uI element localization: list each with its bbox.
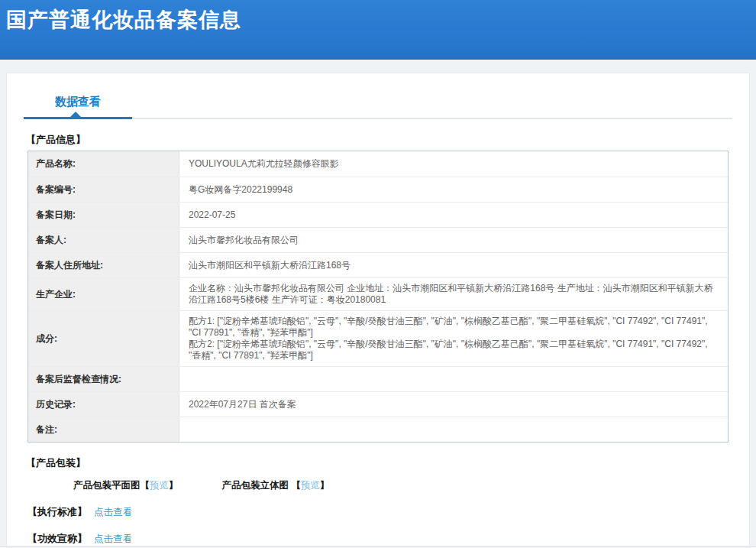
packaging-flat-item: 产品包装平面图【预览】 [73, 479, 179, 492]
table-row: 成分: 配方1: ["淀粉辛烯基琥珀酸铝", "云母", "辛酸/癸酸甘油三酯"… [28, 310, 728, 366]
section-title-packaging: 【产品包装】 [26, 456, 729, 470]
table-row: 生产企业: 企业名称：汕头市馨邦化妆品有限公司 企业地址：汕头市潮阳区和平镇新大… [28, 277, 728, 310]
packaging-stereo-preview-link[interactable]: 预览 [301, 480, 320, 491]
page-title: 国产普通化妆品备案信息 [6, 6, 756, 34]
packaging-stereo-item: 产品包装立体图 【预览】 [222, 479, 330, 492]
table-row: 备案人住所地址: 汕头市潮阳区和平镇新大桥沿江路168号 [28, 252, 728, 277]
efficacy-row: 【功效宣称】点击查看 [27, 532, 729, 546]
row-value: 汕头市馨邦化妆品有限公司 [179, 228, 728, 252]
table-row: 备注: [28, 417, 728, 442]
packaging-links-row: 产品包装平面图【预览】 产品包装立体图 【预览】 [73, 479, 729, 492]
section-title-product-info: 【产品信息】 [26, 133, 729, 147]
row-label: 历史记录: [28, 392, 179, 417]
row-label: 产品名称: [28, 151, 179, 177]
row-label: 生产企业: [28, 278, 179, 310]
packaging-flat-label: 产品包装平面图 [73, 480, 141, 491]
product-info-table: 产品名称: YOULIYOULA尤莉尤拉轻颜修容眼影 备案编号: 粤G妆网备字2… [27, 151, 729, 443]
main-area: 数据查看 【产品信息】 产品名称: YOULIYOULA尤莉尤拉轻颜修容眼影 备… [0, 60, 756, 546]
table-row: 备案后监督检查情况: [28, 366, 728, 391]
content-card: 数据查看 【产品信息】 产品名称: YOULIYOULA尤莉尤拉轻颜修容眼影 备… [6, 73, 750, 546]
row-label: 备案日期: [28, 203, 179, 227]
table-row: 备案日期: 2022-07-25 [28, 202, 728, 227]
row-value: 2022年07月27日 首次备案 [179, 392, 728, 417]
tab-data-view-label: 数据查看 [55, 95, 101, 108]
table-row: 备案编号: 粤G妆网备字2022199948 [28, 177, 728, 202]
table-row: 产品名称: YOULIYOULA尤莉尤拉轻颜修容眼影 [28, 151, 728, 177]
row-value: 汕头市潮阳区和平镇新大桥沿江路168号 [179, 253, 728, 277]
section-title-standard: 【执行标准】 [27, 506, 87, 517]
standard-view-link[interactable]: 点击查看 [94, 507, 132, 517]
efficacy-view-link[interactable]: 点击查看 [94, 533, 132, 544]
packaging-flat-preview-link[interactable]: 预览 [150, 480, 169, 491]
packaging-stereo-label: 产品包装立体图 [222, 480, 292, 491]
page-header: 国产普通化妆品备案信息 [0, 0, 756, 60]
section-title-efficacy: 【功效宣称】 [27, 533, 87, 544]
row-label: 备注: [28, 417, 179, 442]
tab-active-caret [70, 112, 81, 117]
row-value: 企业名称：汕头市馨邦化妆品有限公司 企业地址：汕头市潮阳区和平镇新大桥沿江路16… [179, 278, 728, 310]
row-value: 配方1: ["淀粉辛烯基琥珀酸铝", "云母", "辛酸/癸酸甘油三酯", "矿… [179, 311, 728, 366]
table-row: 历史记录: 2022年07月27日 首次备案 [28, 391, 728, 417]
row-label: 备案人: [28, 228, 179, 252]
row-value: 粤G妆网备字2022199948 [179, 177, 728, 202]
row-value [179, 417, 728, 442]
row-value [179, 367, 728, 391]
tab-data-view[interactable]: 数据查看 [24, 95, 132, 119]
standard-row: 【执行标准】点击查看 [27, 505, 729, 519]
tab-bar: 数据查看 [24, 96, 732, 119]
row-label: 备案人住所地址: [28, 253, 179, 277]
table-row: 备案人: 汕头市馨邦化妆品有限公司 [28, 227, 728, 252]
row-value: YOULIYOULA尤莉尤拉轻颜修容眼影 [179, 151, 728, 177]
row-label: 成分: [28, 311, 179, 366]
page: 国产普通化妆品备案信息 数据查看 【产品信息】 产品名称: YOULIYOULA… [0, 0, 756, 548]
row-label: 备案编号: [28, 177, 179, 202]
row-label: 备案后监督检查情况: [28, 367, 179, 391]
row-value: 2022-07-25 [179, 203, 728, 227]
